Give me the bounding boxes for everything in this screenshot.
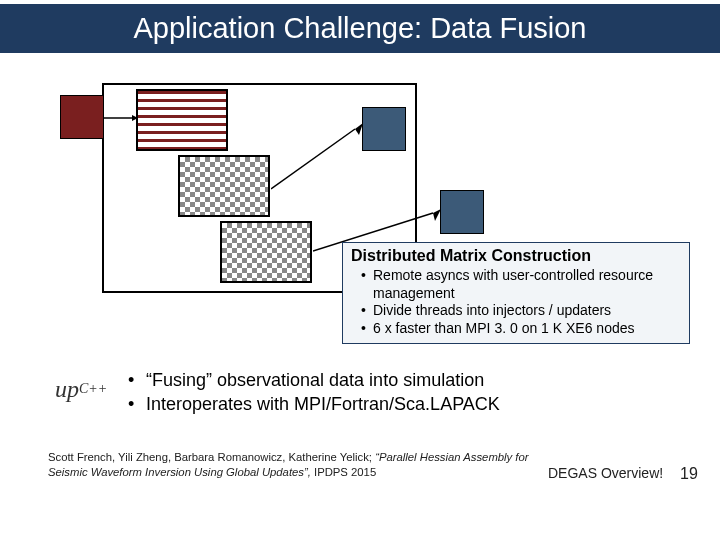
- callout-item: Divide threads into injectors / updaters: [361, 302, 681, 320]
- citation-venue: IPDPS 2015: [314, 466, 376, 478]
- target-square-blue-1: [362, 107, 406, 151]
- callout-list: Remote asyncs with user-controlled resou…: [351, 267, 681, 337]
- checker-block-1: [178, 155, 270, 217]
- logo-superscript: C++: [79, 381, 107, 397]
- logo-base: up: [55, 376, 79, 403]
- body-bullet: “Fusing” observational data into simulat…: [128, 368, 688, 392]
- slide-title: Application Challenge: Data Fusion: [134, 12, 587, 45]
- arrow-red-to-stripe: [104, 115, 138, 121]
- callout-item: Remote asyncs with user-controlled resou…: [361, 267, 681, 302]
- svg-line-2: [271, 129, 355, 189]
- upc-logo: upC++: [50, 370, 112, 408]
- svg-marker-5: [433, 209, 441, 221]
- source-square-red: [60, 95, 104, 139]
- citation-authors: Scott French, Yili Zheng, Barbara Romano…: [48, 451, 375, 463]
- target-square-blue-2: [440, 190, 484, 234]
- striped-block: [136, 89, 228, 151]
- citation: Scott French, Yili Zheng, Barbara Romano…: [48, 450, 548, 481]
- body-bullets: “Fusing” observational data into simulat…: [128, 368, 688, 417]
- page-number: 19: [680, 465, 698, 483]
- checker-block-2: [220, 221, 312, 283]
- callout-item: 6 x faster than MPI 3. 0 on 1 K XE6 node…: [361, 320, 681, 338]
- callout-title: Distributed Matrix Construction: [351, 247, 681, 265]
- svg-marker-3: [355, 123, 363, 135]
- callout-box: Distributed Matrix Construction Remote a…: [342, 242, 690, 344]
- svg-marker-1: [132, 115, 138, 121]
- arrow-checker1-to-blue1: [271, 123, 363, 195]
- body-bullet: Interoperates with MPI/Fortran/Sca.LAPAC…: [128, 392, 688, 416]
- title-bar: Application Challenge: Data Fusion: [0, 4, 720, 53]
- footer-label: DEGAS Overview!: [548, 465, 663, 481]
